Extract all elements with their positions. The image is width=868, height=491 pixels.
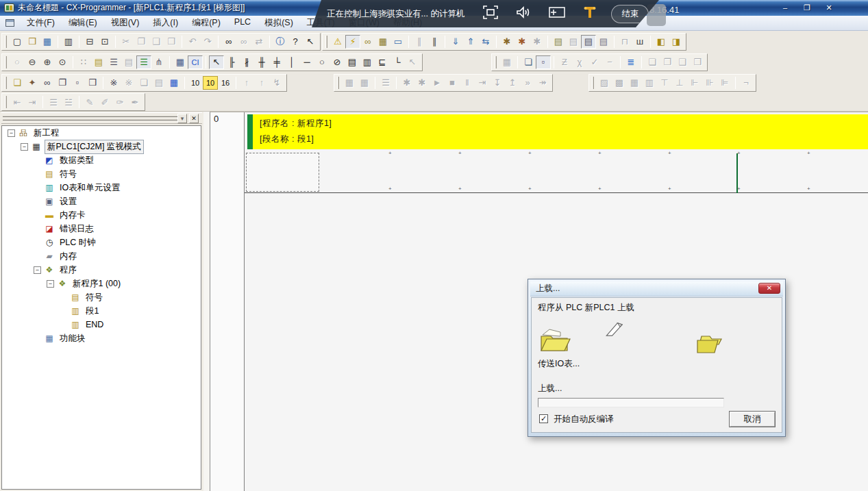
paste-window-icon[interactable]: ❏ (10, 76, 25, 90)
menu-item-program[interactable]: 编程(P) (185, 15, 227, 31)
tree-item-plc-clock[interactable]: ◷PLC 时钟 (2, 236, 201, 249)
display-decimal-icon[interactable]: 10 (188, 76, 203, 90)
zoom-in-icon[interactable]: ⊕ (40, 55, 55, 69)
tree-item-plc[interactable]: −▦新PLC1[CJ2M] 监视模式 (2, 140, 201, 153)
tree-item-section1-label[interactable]: 段1 (84, 305, 101, 318)
tree-item-programs[interactable]: −❖程序 (2, 263, 201, 277)
tree-item-symbols-label[interactable]: 符号 (58, 168, 79, 181)
build-tools-icon[interactable]: ✦ (25, 76, 40, 90)
horizontal-line-icon[interactable]: ─ (299, 55, 314, 69)
coil-closed-icon[interactable]: ⊘ (330, 55, 345, 69)
menu-item-plc[interactable]: PLC (227, 15, 258, 31)
print-icon[interactable]: ⊟ (82, 35, 97, 49)
instruction-set-icon[interactable]: ▥ (360, 55, 375, 69)
tree-item-plc-label[interactable]: 新PLC1[CJ2M] 监视模式 (45, 140, 144, 154)
tree-expander-icon[interactable]: − (34, 266, 41, 274)
find-online-icon[interactable]: ∞ (360, 35, 375, 49)
cancel-button[interactable]: 取消 (729, 411, 776, 427)
watch-grid-icon[interactable]: ▫ (536, 55, 551, 69)
fullscreen-icon[interactable] (482, 5, 499, 23)
tree-item-memory-label[interactable]: 内存 (58, 250, 79, 263)
tree-item-function-blocks-label[interactable]: 功能块 (58, 332, 88, 345)
compile-icon[interactable]: ▥ (61, 35, 76, 49)
display-hex-icon[interactable]: 16 (218, 76, 233, 90)
force-on-icon[interactable]: ✱ (499, 35, 514, 49)
tree-item-symbols[interactable]: ▤符号 (2, 167, 201, 181)
tree-item-memory-card[interactable]: ▬内存卡 (2, 208, 201, 222)
comment-view-icon[interactable]: ▤ (91, 55, 106, 69)
tree-item-settings[interactable]: ▣设置 (2, 194, 201, 208)
mnemonics-view-icon[interactable]: ▦ (173, 55, 188, 69)
tree-item-program1-symbols[interactable]: ▤符号 (2, 290, 201, 304)
grid-toggle-icon[interactable]: ∷ (76, 55, 91, 69)
watch-window-icon[interactable]: ❐ (55, 76, 70, 90)
tree-item-end-label[interactable]: END (84, 319, 106, 330)
toolbar-grip[interactable] (495, 56, 497, 68)
memory-view-4-icon[interactable]: ▤ (596, 35, 611, 49)
auto-decompile-checkbox[interactable]: ✓ (539, 414, 548, 423)
instruction-box-icon[interactable]: ▤ (345, 55, 360, 69)
new-window-icon[interactable] (548, 5, 566, 23)
tree-item-program1-symbols-label[interactable]: 符号 (84, 291, 105, 304)
tree-item-data-types-label[interactable]: 数据类型 (58, 154, 96, 167)
menu-item-edit[interactable]: 编辑(E) (62, 15, 104, 31)
mdi-child-icon[interactable] (5, 19, 14, 27)
layer-stack-icon[interactable]: ❏ (521, 55, 536, 69)
protect-release-icon[interactable]: ◨ (669, 35, 684, 49)
toolbar-grip[interactable] (337, 77, 339, 89)
cross-reference-icon[interactable]: ※ (106, 76, 121, 90)
selected-cell[interactable] (246, 153, 319, 192)
transfer-to-plc-icon[interactable]: ⇓ (448, 35, 463, 49)
speaker-icon[interactable] (515, 5, 532, 23)
force-off-icon[interactable]: ✱ (514, 35, 530, 49)
remote-tool-icon[interactable] (582, 4, 597, 23)
find-icon[interactable]: ∞ (221, 35, 236, 49)
close-button[interactable]: ✕ (823, 3, 835, 12)
workspace-close-button[interactable]: ✕ (189, 114, 199, 123)
tree-item-project[interactable]: −品新工程 (2, 126, 201, 140)
open-project-icon[interactable]: ❒ (25, 35, 40, 49)
properties-window-icon[interactable]: ❒ (85, 76, 100, 90)
transfer-from-plc-icon[interactable]: ⇑ (463, 35, 478, 49)
tree-item-programs-label[interactable]: 程序 (58, 264, 79, 277)
vertical-line-icon[interactable]: │ (284, 55, 299, 69)
tree-expander-icon[interactable]: − (47, 280, 54, 288)
save-online-icon[interactable]: ▦ (375, 35, 390, 49)
coil-icon[interactable]: ○ (314, 55, 330, 69)
zoom-out-icon[interactable]: ⊖ (25, 55, 40, 69)
network-monitor-icon[interactable]: ▭ (390, 35, 406, 49)
time-chart-icon[interactable]: ш (632, 35, 647, 49)
tree-item-end[interactable]: ▥END (2, 318, 201, 331)
tree-item-project-label[interactable]: 新工程 (32, 127, 62, 140)
find-report-window-icon[interactable]: ∞ (40, 76, 55, 90)
tree-item-io-table[interactable]: ▥IO表和单元设置 (2, 181, 201, 194)
tree-item-data-types[interactable]: ◩数据类型 (2, 153, 201, 167)
io-comment-view-icon[interactable]: ▦ (166, 76, 182, 90)
menu-item-simulation[interactable]: 模拟(S) (258, 15, 300, 31)
new-file-icon[interactable]: ▢ (10, 35, 25, 49)
work-online-icon[interactable]: ⚠ (330, 35, 345, 49)
pause-icon[interactable]: ∥ (427, 35, 442, 49)
toolbar-grip[interactable] (5, 56, 7, 68)
compare-with-plc-icon[interactable]: ⇆ (478, 35, 493, 49)
line-connect-icon[interactable]: └ (390, 55, 405, 69)
toolbar-grip[interactable] (325, 36, 327, 48)
tree-item-program1-label[interactable]: 新程序1 (00) (71, 277, 123, 290)
memory-view-3-icon[interactable]: ▤ (581, 35, 596, 49)
tree-item-error-log-label[interactable]: 错误日志 (58, 223, 96, 236)
tree-item-io-table-label[interactable]: IO表和单元设置 (58, 181, 122, 194)
tree-item-memory-card-label[interactable]: 内存卡 (58, 209, 88, 222)
address-reference-icon[interactable]: ≣ (623, 55, 638, 69)
toolbar-grip[interactable] (5, 77, 7, 89)
toolbar-grip[interactable] (5, 36, 7, 48)
dialog-close-button[interactable]: ✕ (758, 283, 780, 294)
menu-item-view[interactable]: 视图(V) (104, 15, 147, 31)
select-mode-icon[interactable]: ↖ (209, 55, 224, 69)
menu-item-insert[interactable]: 插入(I) (146, 15, 185, 31)
protect-set-icon[interactable]: ◧ (654, 35, 669, 49)
tree-item-program1[interactable]: −❖新程序1 (00) (2, 277, 201, 290)
tree-expander-icon[interactable]: − (8, 129, 15, 137)
context-help-icon[interactable]: ↖ (303, 35, 318, 49)
save-project-icon[interactable]: ▦ (40, 35, 55, 49)
toolbar-grip[interactable] (5, 96, 7, 108)
